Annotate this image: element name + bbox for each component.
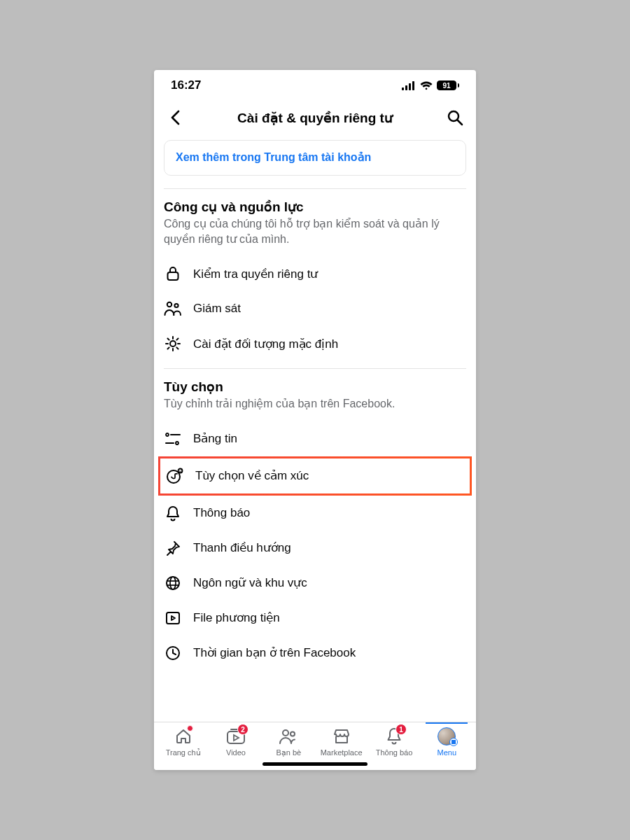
svg-point-7 (167, 302, 172, 307)
svg-point-25 (283, 730, 288, 736)
marketplace-icon (332, 728, 351, 745)
video-badge: 2 (237, 724, 248, 735)
status-time: 16:27 (171, 78, 201, 92)
svg-rect-1 (405, 85, 407, 90)
status-icons: 91 (402, 80, 459, 90)
svg-point-15 (178, 468, 183, 472)
avatar (438, 727, 456, 746)
tab-label: Bạn bè (276, 748, 301, 757)
status-bar: 16:27 91 (154, 70, 476, 95)
page-header: Cài đặt & quyền riêng tư (154, 95, 476, 140)
home-indicator (262, 762, 368, 766)
item-label: Kiểm tra quyền riêng tư (193, 267, 318, 281)
clock-icon (164, 644, 182, 662)
item-reaction-prefs[interactable]: Tùy chọn về cảm xúc (160, 458, 470, 493)
highlight-reaction-pref: Tùy chọn về cảm xúc (158, 456, 472, 496)
tab-label: Trang chủ (166, 748, 201, 757)
account-center-link[interactable]: Xem thêm trong Trung tâm tài khoản (176, 151, 371, 163)
item-label: Giám sát (193, 302, 241, 316)
phone-frame: 16:27 91 Cài đặt & quyền riêng tư Xem th… (154, 70, 476, 770)
wifi-icon (420, 81, 433, 90)
notif-badge: 1 (396, 724, 407, 735)
svg-rect-6 (168, 272, 178, 280)
svg-point-26 (290, 732, 295, 736)
prefs-section-subtitle: Tùy chỉnh trải nghiệm của bạn trên Faceb… (164, 396, 466, 412)
home-dot (187, 725, 193, 732)
bell-icon (164, 504, 182, 522)
search-icon (447, 109, 463, 126)
tab-friends[interactable]: Bạn bè (262, 727, 315, 757)
active-tab-indicator (426, 722, 468, 724)
item-label: Tùy chọn về cảm xúc (195, 468, 309, 483)
media-icon (164, 609, 182, 627)
globe-icon (164, 574, 182, 592)
item-language-region[interactable]: Ngôn ngữ và khu vực (154, 566, 476, 601)
item-default-audience[interactable]: Cài đặt đối tượng mặc định (154, 326, 476, 361)
item-label: Thanh điều hướng (193, 540, 291, 555)
prefs-section: Tùy chọn Tùy chỉnh trải nghiệm của bạn t… (154, 369, 476, 421)
tab-menu[interactable]: Menu (421, 727, 473, 757)
tab-video[interactable]: 2 Video (209, 727, 262, 757)
item-label: Ngôn ngữ và khu vực (193, 575, 307, 590)
svg-point-9 (170, 341, 176, 346)
tab-notifications[interactable]: 1 Thông báo (368, 727, 420, 757)
menu-lines-icon (449, 738, 458, 746)
back-button[interactable] (164, 106, 186, 129)
item-media[interactable]: File phương tiện (154, 601, 476, 636)
tab-marketplace[interactable]: Marketplace (315, 727, 368, 757)
item-label: Thông báo (193, 506, 250, 520)
svg-rect-0 (402, 88, 404, 90)
item-feed[interactable]: Bảng tin (154, 421, 476, 456)
lock-icon (164, 265, 182, 283)
tab-home[interactable]: Trang chủ (157, 727, 209, 757)
item-time-on-fb[interactable]: Thời gian bạn ở trên Facebook (154, 636, 476, 671)
item-label: Cài đặt đối tượng mặc định (193, 337, 338, 351)
page-title: Cài đặt & quyền riêng tư (186, 110, 444, 126)
prefs-section-title: Tùy chọn (164, 379, 466, 395)
svg-point-16 (179, 470, 180, 470)
item-navbar[interactable]: Thanh điều hướng (154, 531, 476, 566)
svg-rect-22 (167, 612, 179, 624)
svg-point-8 (174, 304, 178, 307)
item-label: File phương tiện (193, 610, 280, 625)
account-center-card: Xem thêm trong Trung tâm tài khoản (164, 140, 466, 176)
item-label: Thời gian bạn ở trên Facebook (193, 645, 356, 660)
reaction-icon (166, 467, 184, 485)
feed-icon (164, 430, 182, 448)
cellular-icon (402, 81, 416, 90)
svg-rect-2 (409, 83, 411, 90)
chevron-left-icon (170, 110, 180, 125)
tools-section: Công cụ và nguồn lực Công cụ của chúng t… (154, 189, 476, 256)
tab-label: Menu (438, 748, 457, 757)
battery-level: 91 (437, 80, 456, 90)
item-notifications[interactable]: Thông báo (154, 496, 476, 531)
supervision-icon (164, 300, 182, 318)
battery-icon: 91 (437, 80, 459, 90)
svg-point-17 (181, 470, 181, 470)
item-supervision[interactable]: Giám sát (154, 291, 476, 326)
svg-point-10 (166, 433, 169, 436)
svg-point-18 (167, 577, 179, 589)
tab-label: Thông báo (376, 748, 413, 757)
tab-label: Marketplace (321, 748, 363, 757)
tools-section-subtitle: Công cụ của chúng tôi hỗ trợ bạn kiểm so… (164, 216, 466, 246)
svg-line-5 (458, 120, 463, 125)
svg-point-19 (170, 577, 176, 589)
gear-icon (164, 335, 182, 353)
svg-point-12 (176, 442, 178, 444)
search-button[interactable] (444, 106, 466, 129)
friends-icon (279, 728, 298, 745)
item-label: Bảng tin (193, 431, 237, 446)
pin-icon (164, 539, 182, 557)
tools-section-title: Công cụ và nguồn lực (164, 199, 466, 215)
item-privacy-checkup[interactable]: Kiểm tra quyền riêng tư (154, 256, 476, 291)
svg-rect-3 (412, 81, 414, 90)
tab-label: Video (226, 748, 246, 757)
